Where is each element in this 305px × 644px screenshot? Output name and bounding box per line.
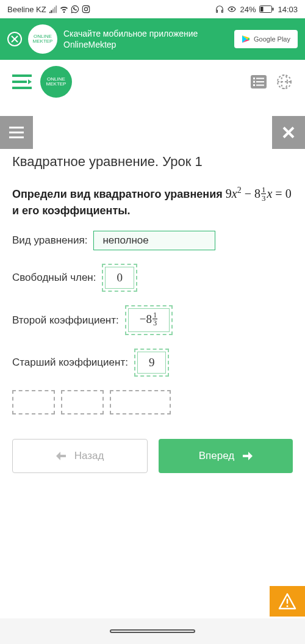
svg-rect-11 (256, 81, 264, 82)
header-logo[interactable]: ONLINE MEKTEP (40, 66, 72, 98)
google-play-button[interactable]: Google Play (234, 30, 298, 48)
equation: 9x2 − 813x = 0 (226, 187, 292, 200)
next-button[interactable]: Вперед (159, 439, 293, 473)
banner-text: Скачайте мобильное приложение OnlineMekt… (63, 28, 228, 50)
equation-type-answer[interactable]: неполное (93, 231, 215, 250)
carrier-label: Beeline KZ (7, 5, 46, 14)
question-text: Определи вид квадратного уравнения 9x2 −… (12, 184, 293, 219)
svg-rect-10 (253, 81, 255, 83)
google-play-icon (242, 35, 250, 43)
empty-option-slot[interactable] (12, 390, 55, 414)
headphones-icon (215, 5, 224, 13)
android-nav-bar (0, 618, 305, 644)
svg-rect-12 (253, 84, 255, 86)
warning-icon (278, 593, 296, 610)
close-icon (282, 126, 295, 139)
lesson-toolbar (0, 116, 305, 149)
sidebar-menu-button[interactable] (0, 116, 33, 149)
second-coef-label: Второй коэффициент: (12, 314, 119, 327)
equation-type-label: Вид уравнения: (12, 234, 87, 247)
battery-icon (259, 5, 274, 13)
svg-rect-5 (260, 7, 264, 12)
signal-icon (49, 5, 57, 13)
leading-coef-label: Старший коэффициент: (12, 356, 128, 369)
close-lesson-button[interactable] (272, 116, 305, 149)
svg-point-1 (84, 7, 87, 10)
wifi-icon (60, 5, 68, 13)
app-header: ONLINE MEKTEP (0, 60, 305, 104)
warning-badge[interactable] (270, 586, 305, 617)
svg-point-2 (87, 7, 88, 8)
svg-rect-6 (273, 8, 274, 11)
svg-point-16 (287, 606, 289, 607)
free-term-dropzone[interactable]: 0 (102, 264, 137, 292)
home-indicator[interactable] (110, 629, 195, 633)
second-coef-dropzone[interactable]: −813 (125, 305, 173, 336)
list-view-button[interactable] (250, 73, 267, 90)
eye-icon (228, 5, 236, 13)
whatsapp-icon (71, 5, 79, 13)
lesson-title: Квадратное уравнение. Урок 1 (12, 154, 293, 170)
svg-rect-9 (256, 78, 264, 79)
instagram-icon (82, 5, 90, 13)
clock-label: 14:03 (278, 5, 298, 14)
leading-coef-dropzone[interactable]: 9 (134, 349, 170, 377)
svg-rect-8 (253, 78, 255, 79)
app-install-banner: ONLINE MEKTEP Скачайте мобильное приложе… (0, 18, 305, 60)
svg-point-3 (231, 8, 234, 10)
battery-pct: 24% (240, 5, 256, 14)
remaining-options (12, 390, 293, 414)
banner-close-button[interactable] (7, 32, 22, 46)
language-button[interactable] (276, 73, 293, 90)
arrow-right-icon (243, 452, 253, 460)
empty-option-slot[interactable] (110, 390, 171, 414)
globe-icon (276, 74, 292, 90)
banner-logo: ONLINE MEKTEP (28, 24, 57, 54)
menu-toggle-icon[interactable] (12, 74, 32, 90)
free-term-label: Свободный член: (12, 272, 96, 284)
list-icon (251, 75, 267, 89)
status-bar: Beeline KZ 24% 14:03 (0, 0, 305, 18)
close-icon (11, 35, 18, 43)
empty-option-slot[interactable] (61, 390, 104, 414)
back-button[interactable]: Назад (12, 439, 148, 473)
hamburger-icon (9, 126, 24, 139)
svg-rect-13 (256, 85, 264, 86)
arrow-left-icon (56, 452, 66, 460)
